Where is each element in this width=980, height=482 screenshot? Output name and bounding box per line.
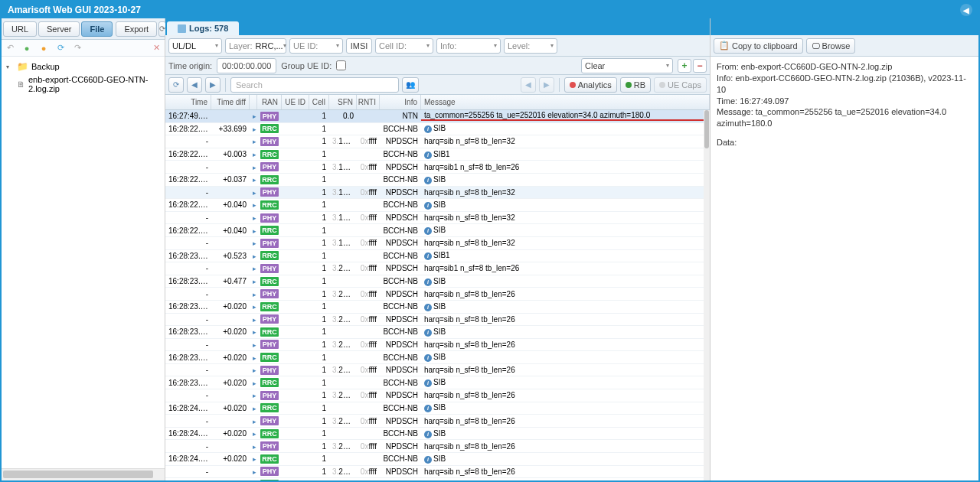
folder-label: Backup [31,62,60,71]
cellid-combo[interactable]: Cell ID:▾ [375,38,433,54]
table-row[interactable]: -▸PHY13.262.10xffffNPDSCHharq=sib n_sf=8… [165,364,710,377]
tree-file[interactable]: 🗎 enb-export-CC660D-GEO-NTN-2.log.zip [2,73,165,95]
group-ueid-checkbox[interactable] [336,60,346,70]
url-button[interactable]: URL [3,21,37,37]
detail-body: From: enb-export-CC660D-GEO-NTN-2.log.zi… [710,57,978,480]
table-row[interactable]: -▸PHY13.264.10xffffNPDSCHharq=sib n_sf=8… [165,389,710,402]
table-row[interactable]: 16:28:22.876+0.040▸RRC1BCCH-NBiSIB [165,199,710,212]
nav-prev-result-icon[interactable]: ◀ [521,77,536,93]
from-label: From: [717,62,739,71]
reload-icon[interactable]: ⟳ [55,43,66,54]
pause-icon[interactable]: ● [38,43,49,54]
back-icon[interactable]: ↶ [5,43,15,54]
search-people-icon[interactable]: 👥 [402,77,419,93]
rb-button[interactable]: RB [620,77,651,93]
info-label: Info: [717,73,733,83]
table-row[interactable]: 16:28:23.916+0.477▸RRC1BCCH-NBiSIB [165,275,710,288]
copy-button[interactable]: 📋Copy to clipboard [714,38,803,54]
file-icon: 🗎 [17,80,25,89]
time-label: Time: [717,96,737,106]
analytics-button[interactable]: Analytics [564,77,617,93]
info-value: enb-export-CC660D-GEO-NTN-2.log.zip (210… [717,73,966,94]
col-time[interactable]: Time [165,95,211,109]
time-origin-input[interactable]: 00:00:00.000 [217,58,276,73]
table-row[interactable]: 16:28:23.936+0.020▸RRC1BCCH-NBiSIB [165,301,710,314]
table-row[interactable]: -▸PHY13.256.10xffffNPDSCHharq=sib n_sf=8… [165,288,710,301]
table-row[interactable]: 16:28:24.016+0.020▸RRC1BCCH-NBiSIB [165,402,710,415]
sidebar-hscroll[interactable] [2,468,165,480]
table-row[interactable]: -▸PHY13.258.10xffffNPDSCHharq=sib n_sf=8… [165,314,710,327]
table-row[interactable]: -▸PHY13.208.40xffffNPDSCHharq=sib1 n_sf=… [165,262,710,275]
detail-panel: 📋Copy to clipboard 🖵Browse From: enb-exp… [710,18,978,480]
imsi-button[interactable]: IMSI [346,38,372,54]
table-row[interactable]: -▸PHY13.152.10xffffNPDSCHharq=sib n_sf=8… [165,212,710,225]
app-title: Amarisoft Web GUI 2023-10-27 [8,5,141,15]
table-row[interactable]: 16:28:22.796+33.699▸RRC1BCCH-NBiSIB [165,123,710,136]
table-row[interactable]: 16:28:22.836+0.037▸RRC1BCCH-NBiSIB [165,174,710,187]
server-button[interactable]: Server [38,21,80,37]
col-sfn[interactable]: SFN [329,95,357,109]
col-ran[interactable]: RAN [257,95,282,109]
table-row[interactable]: -▸PHY13.144.40xffffNPDSCHharq=sib1 n_sf=… [165,161,710,174]
clipboard-icon: 📋 [719,41,730,50]
detail-toolbar: 📋Copy to clipboard 🖵Browse [710,35,978,57]
col-ueid[interactable]: UE ID [282,95,309,109]
nav-forward-icon[interactable]: ▶ [205,77,220,93]
table-row[interactable]: 16:28:24.076+0.020▸RRC1BCCH-NBiSIB [165,478,710,480]
table-row[interactable]: -▸PHY13.266.10xffffNPDSCHharq=sib n_sf=8… [165,415,710,428]
tab-label: Logs: 578 [189,24,228,33]
col-rnti[interactable]: RNTI [357,95,380,109]
table-row[interactable]: 16:28:22.799+0.003▸RRC1BCCH-NBiSIB1 [165,148,710,161]
table-row[interactable]: 16:28:24.056+0.020▸RRC1BCCH-NBiSIB [165,453,710,466]
col-diff[interactable]: Time diff [211,95,250,109]
table-row[interactable]: 16:28:23.956+0.020▸RRC1BCCH-NBiSIB [165,326,710,339]
uldl-combo[interactable]: UL/DL▾ [168,38,222,54]
add-button[interactable]: + [678,59,691,73]
table-row[interactable]: 16:28:23.439+0.523▸RRC1BCCH-NBiSIB1 [165,250,710,263]
layer-combo[interactable]: Layer:RRC,...▾ [225,38,286,54]
search-input[interactable]: Search [230,77,399,93]
ueid-combo[interactable]: UE ID:▾ [289,38,343,54]
table-row[interactable]: 16:28:24.036+0.020▸RRC1BCCH-NBiSIB [165,428,710,441]
table-row[interactable]: 16:28:22.916+0.040▸RRC1BCCH-NBiSIB [165,224,710,237]
browse-icon: 🖵 [812,41,820,50]
log-panel: Logs: 578 UL/DL▾ Layer:RRC,...▾ UE ID:▾ … [165,18,710,480]
table-row[interactable]: 16:28:23.976+0.020▸RRC1BCCH-NBiSIB [165,351,710,364]
table-row[interactable]: -▸PHY13.144.10xffffNPDSCHharq=sib n_sf=8… [165,135,710,148]
nav-next-result-icon[interactable]: ▶ [539,77,554,93]
nav-back-icon[interactable]: ◀ [187,77,202,93]
browse-button[interactable]: 🖵Browse [806,38,856,54]
collapse-icon[interactable]: ◀ [960,4,972,16]
play-icon[interactable]: ● [21,43,32,54]
time-value: 16:27:49.097 [740,96,789,106]
forward-icon[interactable]: ↷ [72,43,83,54]
clear-combo[interactable]: Clear▾ [581,58,673,73]
level-combo[interactable]: Level:▾ [504,38,557,54]
sidebar-quickbar: ↶ ● ● ⟳ ↷ ✕ [2,40,165,57]
nav-refresh-icon[interactable]: ⟳ [168,77,184,93]
remove-button[interactable]: − [693,59,707,73]
grid-vscroll[interactable] [704,110,710,480]
close-icon[interactable]: ✕ [151,43,162,54]
table-row[interactable]: -▸PHY13.156.10xffffNPDSCHharq=sib n_sf=8… [165,237,710,250]
file-button[interactable]: File [81,21,113,37]
table-row[interactable]: 16:27:49.097▸PHY10.0NTNta_common=255256 … [165,110,710,123]
col-cell[interactable]: Cell [309,95,329,109]
tree-toggle-icon[interactable]: ▾ [6,64,14,70]
time-row: Time origin: 00:00:00.000 Group UE ID: C… [165,57,710,75]
col-dir[interactable] [250,95,257,109]
table-row[interactable]: -▸PHY13.260.10xffffNPDSCHharq=sib n_sf=8… [165,339,710,352]
tree-folder[interactable]: ▾ 📁 Backup [2,60,165,73]
export-button[interactable]: Export [116,21,157,37]
col-msg[interactable]: Message [421,95,710,109]
table-row[interactable]: 16:28:23.996+0.020▸RRC1BCCH-NBiSIB [165,376,710,389]
table-row[interactable]: -▸PHY13.270.10xffffNPDSCHharq=sib n_sf=8… [165,466,710,479]
log-grid: Time Time diff RAN UE ID Cell SFN RNTI I… [165,95,710,480]
tab-logs[interactable]: Logs: 578 [167,21,239,35]
info-combo[interactable]: Info:▾ [436,38,501,54]
table-row[interactable]: -▸PHY13.268.10xffffNPDSCHharq=sib n_sf=8… [165,440,710,453]
time-origin-label: Time origin: [168,61,212,70]
table-row[interactable]: -▸PHY13.148.10xffffNPDSCHharq=sib n_sf=8… [165,187,710,200]
col-info[interactable]: Info [380,95,421,109]
grid-body[interactable]: 16:27:49.097▸PHY10.0NTNta_common=255256 … [165,110,710,480]
